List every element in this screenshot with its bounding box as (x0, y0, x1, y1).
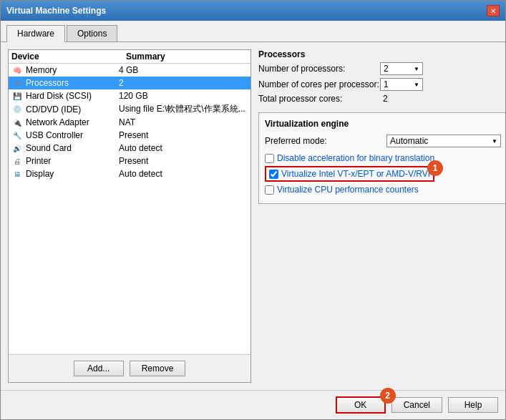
close-button[interactable]: ✕ (487, 5, 500, 16)
device-name-display: Display (26, 169, 119, 179)
checkbox-row-2: Virtualize Intel VT-x/EPT or AMD-V/RVI (265, 166, 434, 182)
preferred-mode-value: Automatic (390, 136, 428, 146)
disable-acceleration-label[interactable]: Disable acceleration for binary translat… (277, 153, 434, 163)
help-button[interactable]: Help (448, 397, 498, 413)
num-processors-row: Number of processors: 2 ▼ (258, 62, 505, 75)
device-summary-cdvd: Using file E:\軟體程式\作業系統... (119, 103, 248, 115)
left-panel-buttons: Add... Remove (9, 354, 250, 382)
device-name-cdvd: CD/DVD (IDE) (26, 104, 119, 114)
processors-section: Processors Number of processors: 2 ▼ Num… (258, 49, 505, 107)
usb-icon: 🔧 (11, 130, 23, 141)
cores-per-processor-arrow: ▼ (414, 82, 419, 88)
virtualize-cpu-checkbox[interactable] (265, 185, 274, 195)
num-processors-arrow: ▼ (414, 66, 419, 72)
checkbox-row-1: Disable acceleration for binary translat… (265, 153, 501, 163)
device-name-printer: Printer (26, 156, 119, 166)
cores-per-processor-label: Number of cores per processor: (258, 79, 380, 89)
table-row[interactable]: 🔊 Sound Card Auto detect (9, 142, 250, 155)
table-row[interactable]: 🔧 USB Controller Present (9, 129, 250, 142)
device-summary-memory: 4 GB (119, 65, 248, 75)
device-summary-network: NAT (119, 117, 248, 127)
badge-1: 1 (427, 160, 443, 176)
tabs-bar: Hardware Options (1, 21, 505, 42)
device-summary-processor: 2 (119, 78, 248, 88)
remove-button[interactable]: Remove (130, 361, 186, 376)
device-summary-hdd: 120 GB (119, 91, 248, 101)
memory-icon: 🧠 (11, 64, 23, 76)
device-summary-printer: Present (119, 156, 248, 166)
device-table-header: Device Summary (9, 50, 250, 64)
device-name-network: Network Adapter (26, 117, 119, 127)
device-name-hdd: Hard Disk (SCSI) (26, 91, 119, 101)
table-row[interactable]: 💾 Hard Disk (SCSI) 120 GB (9, 89, 250, 102)
tab-hardware[interactable]: Hardware (6, 25, 65, 42)
tab-options[interactable]: Options (67, 25, 117, 41)
table-row[interactable]: 💿 CD/DVD (IDE) Using file E:\軟體程式\作業系統..… (9, 102, 250, 116)
processors-title: Processors (258, 49, 505, 59)
preferred-mode-arrow: ▼ (492, 138, 497, 145)
preferred-mode-row: Preferred mode: Automatic ▼ (265, 135, 501, 147)
cdvd-icon: 💿 (11, 104, 23, 115)
disable-acceleration-checkbox[interactable] (265, 154, 274, 163)
hdd-icon: 💾 (11, 90, 23, 102)
bottom-bar: OK 2 Cancel Help (1, 390, 505, 419)
device-summary-usb: Present (119, 130, 248, 140)
preferred-mode-select[interactable]: Automatic ▼ (386, 135, 501, 147)
num-processors-label: Number of processors: (258, 64, 380, 74)
display-icon: 🖥 (11, 168, 23, 180)
total-cores-row: Total processor cores: 2 (258, 94, 505, 104)
virtualization-title: Virtualization engine (265, 119, 501, 129)
total-cores-label: Total processor cores: (258, 94, 380, 104)
virtualization-section: Virtualization engine Preferred mode: Au… (258, 112, 505, 204)
left-panel: Device Summary 🧠 Memory 4 GB ⚙ Processor… (8, 49, 251, 383)
device-summary-sound: Auto detect (119, 143, 248, 153)
virtualize-cpu-label[interactable]: Virtualize CPU performance counters (277, 185, 419, 195)
processor-icon: ⚙ (11, 77, 23, 89)
title-bar: Virtual Machine Settings ✕ (1, 1, 505, 21)
sound-icon: 🔊 (11, 142, 23, 154)
ok-btn-wrapper: OK 2 (336, 396, 386, 414)
device-table: Device Summary 🧠 Memory 4 GB ⚙ Processor… (9, 50, 250, 354)
add-button[interactable]: Add... (74, 361, 124, 376)
cancel-button[interactable]: Cancel (391, 397, 442, 413)
window-title: Virtual Machine Settings (6, 6, 106, 16)
table-row[interactable]: ⚙ Processors 2 (9, 77, 250, 89)
device-name-processor: Processors (26, 78, 119, 88)
badge-2: 2 (380, 388, 396, 404)
title-bar-controls: ✕ (487, 5, 500, 16)
main-window: Virtual Machine Settings ✕ Hardware Opti… (0, 0, 506, 420)
right-panel: Processors Number of processors: 2 ▼ Num… (258, 49, 505, 383)
num-processors-value: 2 (384, 64, 389, 74)
total-cores-value: 2 (383, 94, 388, 104)
cores-per-processor-select[interactable]: 1 ▼ (380, 78, 423, 91)
device-name-memory: Memory (26, 65, 119, 75)
virtualize-intel-vt-checkbox[interactable] (269, 170, 278, 179)
printer-icon: 🖨 (11, 155, 23, 167)
checkbox-row-3: Virtualize CPU performance counters (265, 185, 501, 195)
num-processors-select[interactable]: 2 ▼ (380, 62, 423, 75)
cores-per-processor-value: 1 (384, 79, 389, 89)
network-icon: 🔌 (11, 117, 23, 128)
preferred-mode-label: Preferred mode: (265, 136, 386, 146)
virtualize-intel-vt-label[interactable]: Virtualize Intel VT-x/EPT or AMD-V/RVI (281, 169, 430, 179)
header-device: Device (11, 52, 126, 62)
table-row[interactable]: 🖨 Printer Present (9, 155, 250, 167)
header-summary: Summary (126, 52, 248, 62)
table-row[interactable]: 🖥 Display Auto detect (9, 167, 250, 180)
device-summary-display: Auto detect (119, 169, 248, 179)
cores-per-processor-row: Number of cores per processor: 1 ▼ (258, 78, 505, 91)
ok-button[interactable]: OK (336, 396, 386, 414)
table-row[interactable]: 🧠 Memory 4 GB (9, 64, 250, 77)
device-name-usb: USB Controller (26, 130, 119, 140)
table-row[interactable]: 🔌 Network Adapter NAT (9, 116, 250, 129)
device-name-sound: Sound Card (26, 143, 119, 153)
content-area: Device Summary 🧠 Memory 4 GB ⚙ Processor… (1, 42, 505, 390)
